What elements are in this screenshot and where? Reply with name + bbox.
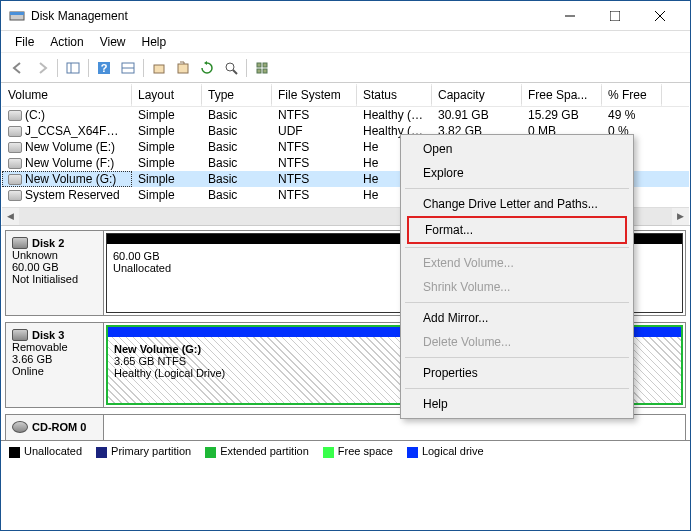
close-button[interactable]	[637, 2, 682, 30]
disk-name: CD-ROM 0	[32, 421, 86, 433]
svg-rect-17	[263, 63, 267, 67]
svg-rect-13	[178, 64, 188, 73]
menu-help[interactable]: Help	[134, 33, 175, 51]
legend-label: Primary partition	[111, 445, 191, 457]
column-headers: Volume Layout Type File System Status Ca…	[2, 84, 689, 107]
legend-label: Extended partition	[220, 445, 309, 457]
show-hide-icon[interactable]	[62, 57, 84, 79]
title-bar: Disk Management	[1, 1, 690, 31]
toolbar-separator	[246, 59, 247, 77]
toolbar-separator	[88, 59, 89, 77]
ctx-separator	[405, 302, 629, 303]
ctx-change-letter[interactable]: Change Drive Letter and Paths...	[403, 192, 631, 216]
drive-icon	[8, 190, 22, 201]
volume-name: New Volume (E:)	[25, 140, 115, 154]
ctx-separator	[405, 388, 629, 389]
drive-icon	[8, 174, 22, 185]
context-menu: Open Explore Change Drive Letter and Pat…	[400, 134, 634, 419]
disk-size: 3.66 GB	[12, 353, 97, 365]
minimize-button[interactable]	[547, 2, 592, 30]
ctx-add-mirror[interactable]: Add Mirror...	[403, 306, 631, 330]
menu-file[interactable]: File	[7, 33, 42, 51]
cell-fs: NTFS	[272, 155, 357, 171]
ctx-explore[interactable]: Explore	[403, 161, 631, 185]
menu-action[interactable]: Action	[42, 33, 91, 51]
ctx-separator	[405, 247, 629, 248]
cell-layout: Simple	[132, 123, 202, 139]
settings-icon[interactable]	[117, 57, 139, 79]
cell-type: Basic	[202, 107, 272, 123]
legend-label: Unallocated	[24, 445, 82, 457]
ctx-properties[interactable]: Properties	[403, 361, 631, 385]
col-freespace[interactable]: Free Spa...	[522, 84, 602, 106]
col-capacity[interactable]: Capacity	[432, 84, 522, 106]
legend-label: Logical drive	[422, 445, 484, 457]
refresh-icon[interactable]	[196, 57, 218, 79]
disk-icon	[12, 329, 28, 341]
scroll-right-icon[interactable]: ▶	[672, 208, 689, 225]
svg-rect-1	[10, 12, 24, 15]
menu-view[interactable]: View	[92, 33, 134, 51]
svg-text:?: ?	[101, 62, 108, 74]
action4-icon[interactable]	[251, 57, 273, 79]
drive-icon	[8, 110, 22, 121]
cell-pfree: 49 %	[602, 107, 662, 123]
svg-rect-16	[257, 63, 261, 67]
scroll-left-icon[interactable]: ◀	[2, 208, 19, 225]
svg-rect-19	[263, 69, 267, 73]
back-button[interactable]	[7, 57, 29, 79]
volume-row[interactable]: (C:)SimpleBasicNTFSHealthy (B...30.91 GB…	[2, 107, 689, 123]
legend-swatch-logical	[407, 447, 418, 458]
maximize-button[interactable]	[592, 2, 637, 30]
volume-name: J_CCSA_X64FRE_E...	[25, 124, 132, 138]
drive-icon	[8, 126, 22, 137]
forward-button[interactable]	[31, 57, 53, 79]
disk-label: Disk 3 Removable 3.66 GB Online	[6, 323, 104, 407]
cell-layout: Simple	[132, 107, 202, 123]
ctx-help[interactable]: Help	[403, 392, 631, 416]
cdrom-icon	[12, 421, 28, 433]
svg-rect-18	[257, 69, 261, 73]
col-status[interactable]: Status	[357, 84, 432, 106]
ctx-open[interactable]: Open	[403, 137, 631, 161]
col-volume[interactable]: Volume	[2, 84, 132, 106]
col-type[interactable]: Type	[202, 84, 272, 106]
cell-type: Basic	[202, 123, 272, 139]
col-pctfree[interactable]: % Free	[602, 84, 662, 106]
legend-swatch-extended	[205, 447, 216, 458]
svg-line-15	[233, 70, 237, 74]
cell-type: Basic	[202, 139, 272, 155]
cell-type: Basic	[202, 171, 272, 187]
action1-icon[interactable]	[148, 57, 170, 79]
disk-init: Not Initialised	[12, 273, 97, 285]
svg-rect-6	[67, 63, 79, 73]
menu-bar: File Action View Help	[1, 31, 690, 53]
drive-icon	[8, 142, 22, 153]
toolbar-separator	[57, 59, 58, 77]
app-icon	[9, 8, 25, 24]
disk-label: CD-ROM 0	[6, 415, 104, 440]
volume-name: (C:)	[25, 108, 45, 122]
disk-name: Disk 2	[32, 237, 64, 249]
cell-fs: NTFS	[272, 107, 357, 123]
cell-fs: UDF	[272, 123, 357, 139]
cell-fs: NTFS	[272, 139, 357, 155]
legend-swatch-unallocated	[9, 447, 20, 458]
ctx-shrink: Shrink Volume...	[403, 275, 631, 299]
cell-layout: Simple	[132, 155, 202, 171]
action3-icon[interactable]	[220, 57, 242, 79]
svg-rect-3	[610, 11, 620, 21]
col-layout[interactable]: Layout	[132, 84, 202, 106]
cell-fs: NTFS	[272, 187, 357, 203]
legend-label: Free space	[338, 445, 393, 457]
help-icon[interactable]: ?	[93, 57, 115, 79]
svg-rect-12	[154, 65, 164, 73]
action2-icon[interactable]	[172, 57, 194, 79]
volume-name: New Volume (F:)	[25, 156, 114, 170]
ctx-format[interactable]: Format...	[409, 218, 625, 242]
volume-name: New Volume (G:)	[25, 172, 116, 186]
cell-status: Healthy (B...	[357, 107, 432, 123]
disk-size: 60.00 GB	[12, 261, 97, 273]
col-filesystem[interactable]: File System	[272, 84, 357, 106]
ctx-delete-volume: Delete Volume...	[403, 330, 631, 354]
